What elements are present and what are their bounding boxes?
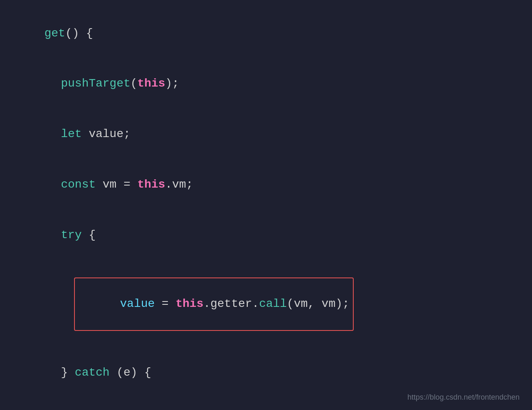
paren-open: () { <box>65 27 93 40</box>
code-line-7: } catch (e) { <box>33 348 515 398</box>
var-vm: vm = <box>96 178 137 191</box>
close-try: } <box>61 366 75 379</box>
kw-this-2: this <box>137 178 165 191</box>
var-value-assign: value <box>120 297 155 310</box>
var-value: value; <box>82 128 131 140</box>
code-line-4: const vm = this.vm; <box>33 159 515 210</box>
code-line-1: get() { <box>17 8 515 59</box>
try-brace: { <box>82 229 96 241</box>
highlighted-value-line: value = this.getter.call(vm, vm); <box>74 277 353 331</box>
url-label: https://blog.csdn.net/frontendchen <box>407 392 520 403</box>
kw-let: let <box>61 128 81 140</box>
dot-getter: .getter. <box>204 297 259 310</box>
catch-args: (e) { <box>110 366 151 379</box>
paren: ( <box>130 77 137 90</box>
code-line-2: pushTarget(this); <box>33 59 515 109</box>
kw-try: try <box>61 229 81 241</box>
code-line-5: try { <box>33 210 515 260</box>
kw-catch: catch <box>75 366 110 379</box>
paren-close: ); <box>165 77 179 90</box>
code-block: get() { pushTarget(this); let value; con… <box>0 0 532 410</box>
dot-vm: .vm; <box>165 178 193 191</box>
fn-pushTarget: pushTarget <box>61 77 130 90</box>
equals: = <box>155 297 175 310</box>
fn-call: call <box>259 297 287 310</box>
kw-const: const <box>61 178 96 191</box>
call-args: (vm, vm); <box>287 297 349 310</box>
code-line-3: let value; <box>33 109 515 160</box>
code-line-6: value = this.getter.call(vm, vm); <box>50 260 515 348</box>
keyword-get: get <box>44 27 65 40</box>
kw-this-1: this <box>137 77 165 90</box>
kw-this-3: this <box>175 297 203 310</box>
